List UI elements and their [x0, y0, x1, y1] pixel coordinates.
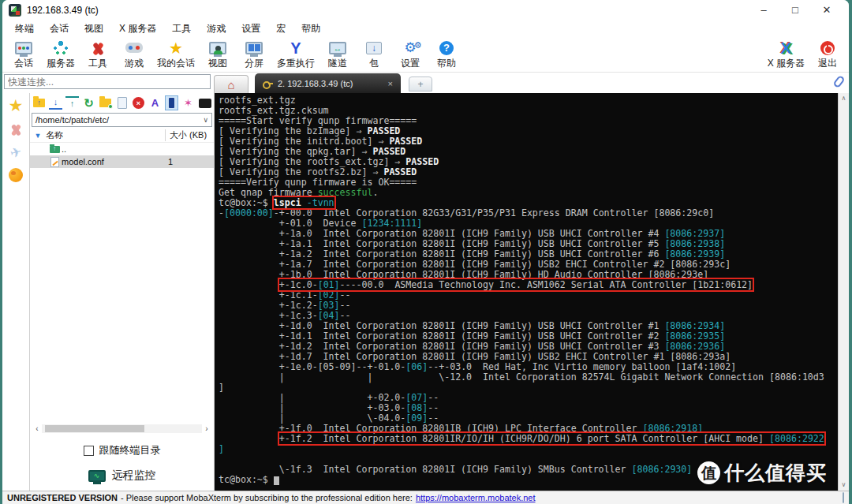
- menu-help[interactable]: 帮助: [293, 22, 328, 35]
- menu-view[interactable]: 视图: [77, 22, 111, 35]
- scroll-up-icon[interactable]: ∧: [842, 95, 846, 103]
- new-tab-button[interactable]: +: [409, 77, 432, 91]
- menu-sessions[interactable]: 会话: [42, 22, 77, 35]
- scroll-left-icon[interactable]: ‹: [32, 424, 42, 434]
- settings-gear-icon: ⚙: [404, 41, 416, 55]
- side-dock: ★ ✈: [2, 93, 30, 491]
- home-icon: ⌂: [227, 79, 234, 91]
- menu-tools[interactable]: 工具: [164, 22, 199, 35]
- servers-icon: [53, 40, 69, 56]
- upload-icon[interactable]: ↑: [65, 96, 79, 110]
- terminal-output: rootfs_ext.tgzrootfs_ext.tgz.cksum=====S…: [215, 93, 838, 485]
- split-screen-icon: [245, 42, 263, 54]
- refresh-icon[interactable]: ↻: [82, 96, 95, 110]
- toolbar-session-button[interactable]: 会话: [6, 36, 42, 72]
- minimize-button[interactable]: –: [748, 0, 779, 21]
- terminal-icon: [199, 99, 211, 108]
- font-icon[interactable]: A: [148, 96, 162, 110]
- tab-bar: ⌂ 2. 192.168.3.49 (tc) × +: [2, 73, 849, 93]
- menu-bar: 终端 会话 视图 X 服务器 工具 游戏 设置 宏 帮助: [2, 21, 849, 36]
- delete-icon: ×: [133, 97, 144, 109]
- toolbar-tools-button[interactable]: 工具: [80, 36, 116, 72]
- remote-monitoring-icon: ∿: [88, 470, 106, 482]
- follow-checkbox[interactable]: [84, 446, 94, 456]
- new-file-button[interactable]: [115, 96, 129, 110]
- maximize-button[interactable]: □: [779, 0, 811, 21]
- smzdm-badge-icon: 值: [697, 461, 720, 484]
- close-button[interactable]: ✕: [811, 0, 843, 21]
- scroll-right-icon[interactable]: ›: [202, 424, 211, 434]
- parent-directory-button[interactable]: ↑: [32, 96, 46, 110]
- toolbar-tunneling-button[interactable]: ↔ 隧道: [320, 36, 356, 72]
- sort-arrow-icon[interactable]: ▼: [30, 132, 46, 140]
- delete-button[interactable]: ×: [132, 96, 145, 110]
- terminal-line: +-1f.2 Intel Corporation 82801IR/IO/IH (…: [219, 434, 838, 444]
- toolbar-exit-button[interactable]: 退出: [809, 36, 846, 72]
- path-dropdown[interactable]: /home/tc/patch/etc/ ∨: [32, 113, 212, 127]
- file-list-hscrollbar[interactable]: ‹ ›: [32, 424, 211, 434]
- terminal-line: ]: [219, 444, 838, 454]
- new-folder-icon: [99, 99, 111, 107]
- dock-tools-icon[interactable]: [9, 122, 23, 136]
- column-size[interactable]: 大小 (KB): [165, 129, 214, 141]
- menu-macros[interactable]: 宏: [268, 22, 293, 35]
- games-icon: [125, 43, 143, 53]
- folder-up-icon: ↑: [33, 99, 45, 107]
- display-status-icon: [843, 492, 844, 503]
- toolbar-settings-button[interactable]: ⚙ 设置: [392, 36, 428, 72]
- scroll-down-icon[interactable]: ∨: [842, 481, 846, 489]
- toolbar-packages-button[interactable]: ↓ 包: [356, 36, 392, 72]
- parent-folder-icon: ↑: [50, 146, 60, 153]
- sftp-panel: ↑ ↓ ↑ ↻ × A ✶ /home/tc/patch/etc/ ∨ ▼: [30, 93, 215, 491]
- toolbar-games-button[interactable]: 游戏: [116, 36, 152, 72]
- window-title: 192.168.3.49 (tc): [27, 5, 99, 16]
- dock-macros-plane-icon[interactable]: ✈: [8, 144, 23, 162]
- file-row-parent[interactable]: ↑ ..: [30, 143, 214, 155]
- dock-sessions-star-icon[interactable]: ★: [9, 97, 24, 114]
- toolbar-servers-button[interactable]: 服务器: [42, 36, 80, 72]
- toolbar-xserver-button[interactable]: X X 服务器: [763, 36, 809, 72]
- new-file-icon: [118, 97, 127, 109]
- follow-terminal-folder[interactable]: 跟随终端目录: [30, 443, 214, 457]
- terminal-shortcut-button[interactable]: [198, 96, 211, 110]
- session-icon: [15, 42, 32, 54]
- dropdown-arrow-icon: ∨: [203, 116, 208, 124]
- menu-terminal[interactable]: 终端: [7, 22, 42, 35]
- remote-monitoring-button[interactable]: ∿ 远程监控: [30, 469, 214, 483]
- terminal[interactable]: rootfs_ext.tgzrootfs_ext.tgz.cksum=====S…: [215, 93, 838, 491]
- mobatek-link[interactable]: https://mobaxterm.mobatek.net: [416, 493, 536, 502]
- download-icon[interactable]: ↓: [49, 96, 62, 110]
- file-row-model-conf[interactable]: model.conf 1: [30, 155, 214, 168]
- pin-view-button[interactable]: [165, 96, 178, 110]
- new-folder-button[interactable]: [99, 96, 112, 110]
- paperclip-icon[interactable]: [832, 75, 845, 88]
- menu-games[interactable]: 游戏: [199, 22, 234, 35]
- column-name[interactable]: 名称: [46, 129, 165, 141]
- tab-close-icon[interactable]: ×: [382, 79, 393, 88]
- file-icon: [50, 157, 59, 167]
- follow-checkbox-label: 跟随终端目录: [99, 443, 161, 457]
- toolbar-my-sessions-button[interactable]: ★ 我的会话: [152, 36, 200, 72]
- annotation-red-box: +-1c.0-[01]----00.0 ASMedia Technology I…: [279, 279, 753, 290]
- remote-monitoring-label: 远程监控: [112, 469, 156, 483]
- quick-connect-input[interactable]: [4, 74, 211, 89]
- sftp-toolbar: ↑ ↓ ↑ ↻ × A ✶: [30, 93, 214, 113]
- file-list-header: ▼ 名称 大小 (KB): [30, 129, 214, 143]
- annotation-red-box: lspci -tvnn: [274, 197, 334, 208]
- tab-session-active[interactable]: 2. 192.168.3.49 (tc) ×: [255, 73, 401, 93]
- status-bar: UNREGISTERED VERSION - Please support Mo…: [2, 491, 849, 504]
- terminal-scrollbar[interactable]: ∧ ∨: [838, 93, 849, 491]
- toolbar-view-button[interactable]: 视图: [200, 36, 236, 72]
- hscroll-thumb[interactable]: [45, 425, 144, 432]
- help-icon: ?: [439, 41, 454, 55]
- wand-icon[interactable]: ✶: [181, 96, 195, 110]
- tab-home[interactable]: ⌂: [214, 75, 248, 93]
- toolbar-multiexec-button[interactable]: Y 多重执行: [272, 36, 320, 72]
- toolbar-help-button[interactable]: ? 帮助: [428, 36, 465, 72]
- dock-sftp-globe-icon[interactable]: [9, 168, 23, 182]
- toolbar-split-button[interactable]: 分屏: [236, 36, 272, 72]
- title-bar: 192.168.3.49 (tc) – □ ✕: [2, 0, 849, 21]
- menu-xserver[interactable]: X 服务器: [111, 22, 164, 35]
- menu-settings[interactable]: 设置: [234, 22, 268, 35]
- tunneling-icon: ↔: [329, 42, 346, 54]
